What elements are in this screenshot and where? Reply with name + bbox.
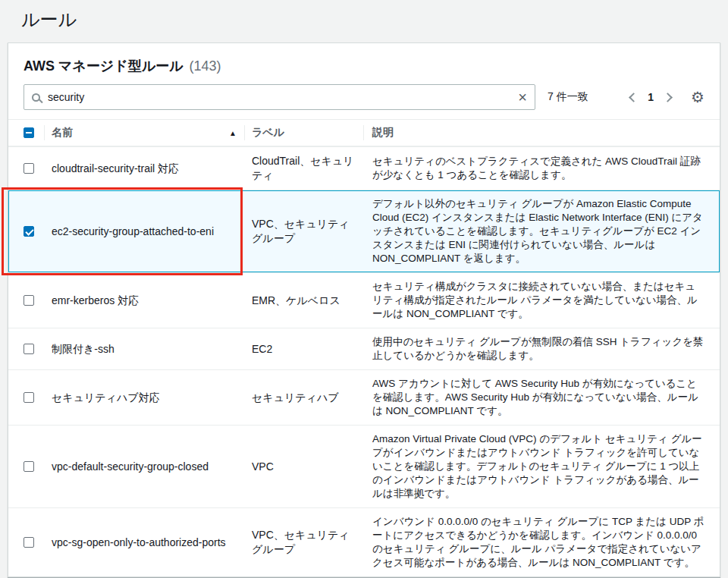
rule-description: 使用中のセキュリティ グループが無制限の着信 SSH トラフィックを禁止している… bbox=[372, 335, 704, 363]
table-row-selected: ec2-security-group-attached-to-eni VPC、セ… bbox=[8, 190, 720, 272]
table-header-row: 名前 ▲ ラベル 説明 bbox=[8, 119, 720, 146]
rule-label: EC2 bbox=[252, 342, 272, 357]
table-row: vpc-sg-open-only-to-authorized-ports VPC… bbox=[8, 507, 720, 576]
panel-header: AWS マネージド型ルール (143) bbox=[8, 43, 720, 75]
rule-label: EMR、ケルベロス bbox=[252, 294, 340, 308]
search-box[interactable]: × bbox=[24, 84, 535, 110]
search-icon bbox=[32, 93, 40, 102]
rule-label: セキュリティハブ bbox=[252, 391, 339, 405]
search-input[interactable] bbox=[48, 91, 516, 103]
rule-name: emr-kerberos 対応 bbox=[52, 294, 139, 307]
rule-description: デフォルト以外のセキュリティ グループが Amazon Elastic Comp… bbox=[372, 197, 704, 265]
table-row: emr-kerberos 対応 EMR、ケルベロス セキュリティ構成がクラスタに… bbox=[8, 272, 720, 328]
column-header-name[interactable]: 名前 ▲ bbox=[44, 120, 244, 146]
rule-name: cloudtrail-security-trail 対応 bbox=[52, 162, 179, 175]
rule-description: インバウンド 0.0.0.0/0 のセキュリティ グループに TCP または U… bbox=[372, 515, 704, 570]
rule-label: VPC bbox=[252, 460, 274, 474]
row-checkbox[interactable] bbox=[24, 392, 34, 403]
rule-name: vpc-default-security-group-closed bbox=[52, 460, 209, 473]
row-checkbox[interactable] bbox=[24, 226, 34, 237]
managed-rules-panel: AWS マネージド型ルール (143) × 7 件一致 1 ⚙ 名前 ▲ ラベル… bbox=[8, 42, 720, 577]
row-checkbox[interactable] bbox=[24, 295, 34, 306]
page-number[interactable]: 1 bbox=[648, 91, 654, 103]
clear-search-icon[interactable]: × bbox=[516, 90, 529, 105]
panel-title: AWS マネージド型ルール bbox=[24, 58, 184, 74]
row-checkbox[interactable] bbox=[24, 163, 34, 174]
rule-name: ec2-security-group-attached-to-eni bbox=[52, 225, 214, 238]
table-row: cloudtrail-security-trail 対応 CloudTrail、… bbox=[8, 146, 720, 190]
next-page-icon[interactable] bbox=[663, 93, 673, 102]
page-title: ルール bbox=[0, 0, 728, 42]
previous-page-icon[interactable] bbox=[629, 93, 639, 102]
sort-ascending-icon[interactable]: ▲ bbox=[229, 129, 237, 137]
row-checkbox[interactable] bbox=[24, 344, 34, 354]
rule-name: vpc-sg-open-only-to-authorized-ports bbox=[52, 536, 226, 549]
select-all-checkbox[interactable] bbox=[24, 127, 34, 138]
rule-label: VPC、セキュリティ グループ bbox=[252, 528, 356, 557]
table-row: vpc-default-security-group-closed VPC Am… bbox=[8, 425, 720, 507]
column-header-label[interactable]: ラベル bbox=[244, 120, 363, 146]
rule-description: AWS アカウントに対して AWS Security Hub が有効になっている… bbox=[372, 377, 704, 418]
rule-label: VPC、セキュリティ グループ bbox=[252, 217, 356, 246]
rule-name: セキュリティハブ対応 bbox=[52, 391, 160, 404]
rule-label: CloudTrail、セキュリティ bbox=[252, 154, 356, 183]
rule-count: (143) bbox=[189, 58, 221, 74]
table-row: 制限付き-ssh EC2 使用中のセキュリティ グループが無制限の着信 SSH … bbox=[8, 328, 720, 369]
rule-description: Amazon Virtual Private Cloud (VPC) のデフォル… bbox=[372, 432, 704, 501]
table-toolbar: × 7 件一致 1 ⚙ bbox=[8, 75, 720, 119]
row-checkbox[interactable] bbox=[24, 461, 34, 472]
rule-description: セキュリティ構成がクラスタに接続されていない場合、またはセキュリティ構成が指定さ… bbox=[372, 280, 704, 321]
column-header-description[interactable]: 説明 bbox=[363, 120, 720, 146]
row-checkbox[interactable] bbox=[24, 537, 34, 548]
rule-name: 制限付き-ssh bbox=[52, 342, 115, 356]
table-row: セキュリティハブ対応 セキュリティハブ AWS アカウントに対して AWS Se… bbox=[8, 369, 720, 425]
pagination: 1 bbox=[630, 91, 671, 103]
rule-description: セキュリティのベストプラクティスで定義された AWS CloudTrail 証跡… bbox=[372, 155, 704, 182]
settings-gear-icon[interactable]: ⚙ bbox=[691, 90, 704, 105]
match-count: 7 件一致 bbox=[548, 90, 588, 104]
select-all-cell bbox=[8, 127, 44, 138]
